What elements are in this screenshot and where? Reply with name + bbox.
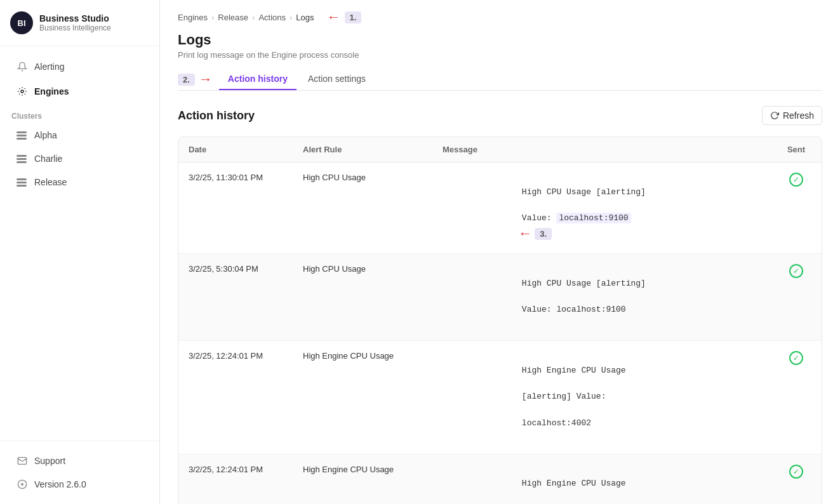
action-history-header: Action history Refresh (178, 106, 822, 125)
highlighted-value: localhost:9100 (556, 213, 630, 223)
app-title-group: Business Studio Business Intelligence (39, 13, 111, 32)
page-description: Print log message on the Engine process … (178, 50, 822, 60)
row-2-sent: ✓ (771, 253, 822, 340)
logo-icon: BI (10, 11, 33, 34)
mail-icon (17, 455, 28, 467)
sidebar-cluster-charlie[interactable]: Charlie (5, 147, 154, 170)
col-header-rule: Alert Rule (293, 137, 432, 162)
support-label: Support (34, 456, 65, 466)
row-2-alert-rule: High CPU Usage (293, 253, 432, 340)
svg-point-0 (21, 90, 23, 93)
row-3-alert-rule: High Engine CPU Usage (293, 340, 432, 454)
breadcrumb-sep-2: › (252, 13, 255, 22)
version-label: Version 2.6.0 (34, 479, 86, 489)
tab-action-history[interactable]: Action history (219, 69, 297, 90)
sidebar-bottom: Support Version 2.6.0 (0, 441, 159, 504)
sent-check-icon: ✓ (789, 465, 803, 479)
refresh-icon (770, 111, 779, 120)
annotation-3: ← 3. (518, 225, 552, 242)
table-header-row: Date Alert Rule Message Sent (178, 137, 822, 162)
row-2-date: 3/2/25, 5:30:04 PM (178, 253, 293, 340)
table-row: 3/2/25, 12:24:01 PM High Engine CPU Usag… (178, 454, 822, 504)
row-4-message: High Engine CPU Usage [alerting] Value: … (432, 454, 771, 504)
sidebar-cluster-release[interactable]: Release (5, 171, 154, 194)
svg-rect-1 (18, 458, 26, 465)
action-history-title: Action history (178, 109, 255, 123)
arrow-icon-3: ← (518, 225, 532, 242)
cluster-alpha-label: Alpha (34, 130, 57, 140)
page-header: Logs Print log message on the Engine pro… (160, 25, 840, 60)
annotation-num-3: 3. (535, 228, 552, 240)
breadcrumb-actions[interactable]: Actions (258, 13, 286, 22)
cluster-icon (17, 129, 28, 141)
col-header-date: Date (178, 137, 293, 162)
sent-check-icon: ✓ (789, 264, 803, 278)
cluster-charlie-label: Charlie (34, 154, 62, 164)
annotation-num-1: 1. (345, 11, 362, 23)
breadcrumb-sep-1: › (211, 13, 214, 22)
sidebar-version: Version 2.6.0 (5, 473, 154, 496)
engines-icon (17, 86, 28, 97)
annotation-2: 2. → (178, 71, 213, 90)
tab-action-settings[interactable]: Action settings (299, 69, 375, 90)
table-row: 3/2/25, 11:30:01 PM High CPU Usage High … (178, 162, 822, 254)
sidebar-alerting-label: Alerting (34, 62, 64, 72)
row-3-sent: ✓ (771, 340, 822, 454)
breadcrumb-engines[interactable]: Engines (178, 13, 208, 22)
cluster-icon (17, 153, 28, 164)
breadcrumb-logs: Logs (296, 13, 314, 22)
sidebar-support[interactable]: Support (5, 449, 154, 472)
row-4-date: 3/2/25, 12:24:01 PM (178, 454, 293, 504)
bell-icon (17, 61, 28, 72)
breadcrumb-release[interactable]: Release (218, 13, 248, 22)
breadcrumb: Engines › Release › Actions › Logs ← 1. (160, 0, 840, 25)
page-title: Logs (178, 32, 822, 48)
action-history-table: Date Alert Rule Message Sent 3/2/25, 11:… (178, 136, 822, 504)
row-1-date: 3/2/25, 11:30:01 PM (178, 162, 293, 254)
refresh-button[interactable]: Refresh (762, 106, 822, 125)
row-3-message: High Engine CPU Usage [alerting] Value: … (432, 340, 771, 454)
row-3-date: 3/2/25, 12:24:01 PM (178, 340, 293, 454)
row-1-alert-rule: High CPU Usage (293, 162, 432, 254)
sidebar-engines-label: Engines (34, 86, 69, 96)
sidebar: BI Business Studio Business Intelligence… (0, 0, 160, 504)
clusters-section-label: Clusters (0, 104, 159, 123)
table-row: 3/2/25, 12:24:01 PM High Engine CPU Usag… (178, 340, 822, 454)
cluster-icon (17, 176, 28, 188)
sidebar-item-alerting[interactable]: Alerting (5, 55, 154, 79)
app-logo: BI Business Studio Business Intelligence (0, 0, 159, 46)
row-1-message: High CPU Usage [alerting] Value: localho… (432, 162, 771, 254)
arrow-icon-1: ← (327, 9, 341, 25)
table-row: 3/2/25, 5:30:04 PM High CPU Usage High C… (178, 253, 822, 340)
cluster-release-label: Release (34, 177, 67, 187)
tabs: Action history Action settings (219, 69, 375, 90)
sent-check-icon: ✓ (789, 173, 803, 187)
sent-check-icon: ✓ (789, 351, 803, 365)
app-title: Business Studio (39, 13, 111, 23)
annotation-num-2: 2. (178, 74, 195, 86)
col-header-message: Message (432, 137, 771, 162)
breadcrumb-sep-3: › (290, 13, 292, 22)
row-4-sent: ✓ (771, 454, 822, 504)
arrow-icon-2: → (199, 71, 213, 88)
sidebar-cluster-alpha[interactable]: Alpha (5, 124, 154, 147)
annotation-1: ← 1. (327, 9, 362, 25)
version-icon (17, 479, 28, 490)
sidebar-item-engines[interactable]: Engines (5, 79, 154, 103)
app-subtitle: Business Intelligence (39, 23, 111, 32)
sidebar-navigation: Alerting Engines Clusters Alpha Char (0, 46, 159, 441)
main-content: Engines › Release › Actions › Logs ← 1. … (160, 0, 840, 504)
content-area: Action history Refresh Date Alert Rule M… (160, 91, 840, 504)
row-2-message: High CPU Usage [alerting] Value: localho… (432, 253, 771, 340)
row-4-alert-rule: High Engine CPU Usage (293, 454, 432, 504)
col-header-sent: Sent (771, 137, 822, 162)
row-1-sent: ✓ (771, 162, 822, 254)
